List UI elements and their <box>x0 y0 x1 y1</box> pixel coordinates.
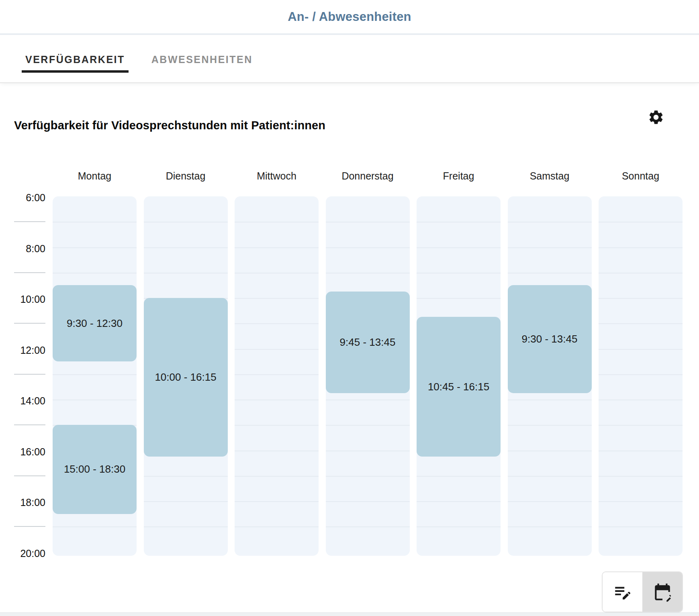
hour-gridline <box>144 526 228 527</box>
hour-gridline <box>235 323 319 324</box>
day-header-samstag: Samstag <box>508 169 592 182</box>
hour-gridline <box>599 501 683 502</box>
hour-gridline <box>144 247 228 248</box>
availability-time-label: 15:00 - 18:30 <box>64 463 125 475</box>
availability-time-label: 10:45 - 16:15 <box>428 381 489 393</box>
day-header-donnerstag: Donnerstag <box>326 169 410 182</box>
hour-gridline <box>326 273 410 273</box>
hour-gridline <box>326 222 410 222</box>
time-label: 12:00 <box>0 345 45 355</box>
hour-tick <box>14 374 45 375</box>
hour-gridline <box>417 526 501 527</box>
hour-gridline <box>53 526 137 527</box>
availability-time-label: 9:30 - 12:30 <box>67 317 123 330</box>
hour-gridline <box>599 400 683 400</box>
day-header-montag: Montag <box>53 169 137 182</box>
hour-gridline <box>508 451 592 451</box>
time-label: 8:00 <box>0 243 45 254</box>
hour-gridline <box>53 374 137 375</box>
time-label: 20:00 <box>0 548 45 559</box>
hour-gridline <box>326 247 410 248</box>
hour-gridline <box>599 425 683 426</box>
hour-tick <box>14 424 45 425</box>
time-label: 6:00 <box>0 192 45 203</box>
hour-gridline <box>599 451 683 451</box>
day-column-sonntag[interactable] <box>599 196 683 556</box>
view-toggle-group <box>602 571 683 612</box>
hour-gridline <box>144 273 228 273</box>
hour-gridline <box>326 425 410 426</box>
hour-gridline <box>508 501 592 502</box>
edit-list-icon <box>613 582 633 602</box>
time-label: 10:00 <box>0 294 45 304</box>
availability-block[interactable]: 10:00 - 16:15 <box>144 298 228 457</box>
hour-gridline <box>235 526 319 527</box>
hour-gridline <box>599 476 683 477</box>
hour-gridline <box>508 273 592 273</box>
day-header-sonntag: Sonntag <box>599 169 683 182</box>
hour-gridline <box>599 222 683 222</box>
hour-tick <box>14 323 45 324</box>
hour-gridline <box>599 273 683 273</box>
hour-gridline <box>235 298 319 299</box>
hour-gridline <box>326 526 410 527</box>
hour-gridline <box>508 526 592 527</box>
hour-gridline <box>53 247 137 248</box>
availability-block[interactable]: 9:30 - 12:30 <box>53 285 137 361</box>
hour-gridline <box>235 273 319 273</box>
availability-time-label: 9:30 - 13:45 <box>522 333 578 345</box>
availability-time-label: 9:45 - 13:45 <box>340 336 396 349</box>
hour-tick <box>14 526 45 527</box>
availability-block[interactable]: 10:45 - 16:15 <box>417 317 501 457</box>
hour-gridline <box>235 425 319 426</box>
hour-gridline <box>599 349 683 350</box>
hour-gridline <box>326 400 410 400</box>
edit-calendar-icon <box>652 582 672 602</box>
availability-block[interactable]: 9:45 - 13:45 <box>326 292 410 393</box>
edit-calendar-button[interactable] <box>642 572 682 612</box>
availability-calendar: MontagDienstagMittwochDonnerstagFreitagS… <box>0 0 699 616</box>
hour-gridline <box>508 425 592 426</box>
hour-gridline <box>53 222 137 222</box>
hour-gridline <box>417 247 501 248</box>
hour-gridline <box>235 222 319 222</box>
edit-list-button[interactable] <box>603 572 642 612</box>
hour-gridline <box>417 222 501 222</box>
hour-gridline <box>417 501 501 502</box>
hour-gridline <box>235 476 319 477</box>
availability-block[interactable]: 15:00 - 18:30 <box>53 425 137 514</box>
hour-gridline <box>235 349 319 350</box>
time-label: 14:00 <box>0 396 45 406</box>
hour-gridline <box>599 298 683 299</box>
hour-gridline <box>326 476 410 477</box>
availability-block[interactable]: 9:30 - 13:45 <box>508 285 592 393</box>
hour-gridline <box>599 374 683 375</box>
day-column-mittwoch[interactable] <box>235 196 319 556</box>
hour-gridline <box>599 526 683 527</box>
hour-tick <box>14 221 45 222</box>
hour-gridline <box>508 400 592 400</box>
hour-gridline <box>326 501 410 502</box>
hour-gridline <box>235 247 319 248</box>
hour-gridline <box>417 298 501 299</box>
hour-tick <box>14 475 45 476</box>
availability-time-label: 10:00 - 16:15 <box>155 371 216 383</box>
hour-gridline <box>235 501 319 502</box>
hour-gridline <box>144 222 228 222</box>
hour-gridline <box>508 222 592 222</box>
hour-tick <box>14 272 45 273</box>
time-label: 18:00 <box>0 497 45 508</box>
hour-gridline <box>235 451 319 451</box>
hour-gridline <box>599 323 683 324</box>
hour-gridline <box>235 374 319 375</box>
hour-gridline <box>144 476 228 477</box>
hour-gridline <box>144 501 228 502</box>
hour-gridline <box>599 247 683 248</box>
hour-gridline <box>417 476 501 477</box>
time-label: 16:00 <box>0 447 45 457</box>
hour-gridline <box>53 400 137 400</box>
bottom-strip <box>0 612 699 616</box>
hour-gridline <box>326 451 410 451</box>
day-header-mittwoch: Mittwoch <box>235 169 319 182</box>
hour-gridline <box>508 247 592 248</box>
